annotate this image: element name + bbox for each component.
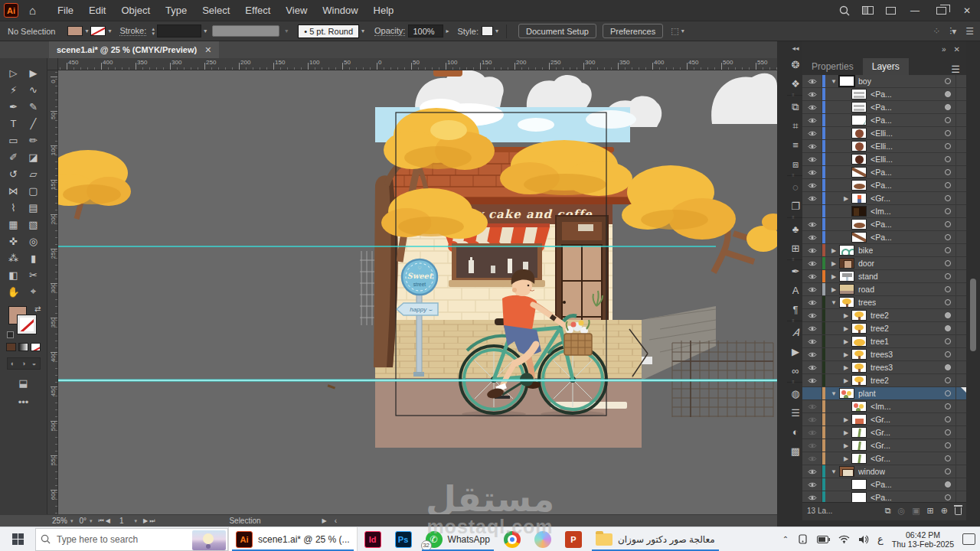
target-circle-icon[interactable]	[945, 117, 951, 123]
language-indicator[interactable]: ع	[877, 533, 884, 545]
gradient-tool[interactable]: ▧	[24, 216, 44, 233]
column-graph-tool[interactable]: ▮	[24, 249, 44, 266]
eye-icon[interactable]	[802, 452, 822, 465]
align-icon[interactable]: ≡	[787, 135, 804, 155]
fill-dropdown-icon[interactable]: ▾	[85, 28, 88, 34]
layer-name[interactable]: window	[858, 467, 885, 476]
layer-row-pa[interactable]: <Pa...	[802, 231, 966, 244]
clock[interactable]: 06:42 PM Thu 13-Feb-2025	[892, 530, 954, 549]
layer-row-bike[interactable]: ▶bike	[802, 244, 966, 257]
layer-name[interactable]: road	[858, 285, 874, 294]
layer-row-tree2[interactable]: ▶tree2	[802, 322, 966, 335]
target-circle-icon[interactable]	[945, 338, 951, 344]
eye-icon[interactable]	[802, 218, 822, 230]
brushes-icon[interactable]: ◌	[787, 178, 804, 197]
layer-thumbnail[interactable]	[851, 310, 867, 321]
target-circle-icon[interactable]	[945, 351, 951, 357]
expand-chevron-icon[interactable]: ▶	[841, 195, 851, 202]
new-sublayer-icon[interactable]: ⊞	[927, 506, 934, 516]
scale-tool[interactable]: ▱	[24, 165, 44, 182]
expand-chevron-icon[interactable]: ▶	[841, 416, 851, 423]
layer-row-pa[interactable]: <Pa...	[802, 491, 966, 502]
eye-icon[interactable]	[802, 231, 822, 243]
opacity-label[interactable]: Opacity:	[374, 26, 405, 36]
eraser-tool[interactable]: ◪	[24, 148, 44, 165]
change-screen-mode-icon[interactable]: ⬓	[0, 377, 47, 389]
minimize-button[interactable]: —	[902, 0, 928, 21]
document-setup-button[interactable]: Document Setup	[518, 24, 596, 38]
layer-row-im[interactable]: <Im...	[802, 400, 966, 413]
speaker-icon[interactable]	[858, 535, 869, 544]
layer-name[interactable]: bike	[858, 246, 873, 255]
taskbar-search-input[interactable]: Type here to search	[35, 528, 228, 551]
layer-name[interactable]: <Gr...	[871, 454, 890, 463]
target-circle-icon[interactable]	[945, 403, 951, 409]
pathfinder-icon[interactable]: ⧈	[787, 155, 804, 174]
hidden-icons-chevron[interactable]: ⌃	[782, 535, 789, 543]
menu-help[interactable]: Help	[366, 2, 402, 19]
target-circle-icon[interactable]	[945, 221, 951, 227]
swap-colors-icon[interactable]: ⇄	[34, 305, 41, 313]
layer-row-pa[interactable]: <Pa...	[802, 114, 966, 127]
eye-icon[interactable]	[802, 101, 822, 113]
copilot-taskbar-item[interactable]	[528, 527, 558, 551]
action-center-icon[interactable]	[962, 533, 975, 545]
layer-row-tree1[interactable]: ▶tree1	[802, 335, 966, 348]
locate-object-icon[interactable]: ◎	[898, 506, 906, 516]
panel-list-icon[interactable]: ☰	[965, 26, 974, 37]
bing-daily-image[interactable]	[192, 530, 226, 550]
pen-tool[interactable]: ✒	[4, 98, 24, 115]
scrollbar-thumb[interactable]	[970, 279, 976, 351]
menu-window[interactable]: Window	[315, 2, 365, 19]
close-button[interactable]: ✕	[954, 0, 980, 21]
layer-row-pa[interactable]: <Pa...	[802, 88, 966, 101]
eye-icon[interactable]	[802, 361, 822, 373]
next-artboard-icon[interactable]: ▶	[143, 517, 149, 524]
selection-tool[interactable]: ▷	[4, 64, 24, 81]
layer-thumbnail[interactable]	[851, 167, 867, 178]
eye-icon[interactable]	[802, 387, 822, 399]
expand-chevron-icon[interactable]: ▶	[828, 273, 839, 280]
eye-icon[interactable]	[802, 296, 822, 308]
fill-color-swatch[interactable]	[67, 26, 83, 36]
target-circle-icon[interactable]	[945, 416, 951, 422]
layer-thumbnail[interactable]	[851, 479, 867, 490]
layer-row-stand[interactable]: ▶stand	[802, 270, 966, 283]
artboard-dropdown-icon[interactable]: ▾	[135, 518, 138, 524]
transparency-icon[interactable]: ▩	[787, 442, 804, 461]
line-segment-tool[interactable]: ╱	[24, 115, 44, 132]
gradient-mode-button[interactable]	[18, 343, 28, 351]
close-panel-icon[interactable]: ✕	[954, 45, 960, 54]
glyphs-icon[interactable]: 𝐴	[787, 323, 804, 342]
new-layer-icon[interactable]: ⊕	[941, 506, 948, 516]
layer-row-trees3[interactable]: ▶trees3	[802, 348, 966, 361]
layer-row-elli[interactable]: <Elli...	[802, 153, 966, 166]
stroke-weight-stepper[interactable]: ▲▼	[151, 27, 155, 36]
layer-row-pa[interactable]: <Pa...	[802, 166, 966, 179]
target-circle-icon[interactable]	[945, 273, 951, 279]
indesign-taskbar-item[interactable]: Id	[358, 527, 388, 551]
layer-row-gr[interactable]: ▶<Gr...	[802, 452, 966, 465]
layer-name[interactable]: door	[858, 259, 874, 268]
eye-icon[interactable]	[802, 400, 822, 412]
eye-icon[interactable]	[802, 322, 822, 334]
document-tab[interactable]: scene1.ai* @ 25 % (CMYK/Preview) ✕	[49, 41, 219, 58]
dock-scrollbar[interactable]	[966, 41, 980, 527]
mesh-tool[interactable]: ▦	[4, 216, 24, 233]
folder-taskbar-item[interactable]: معالجة صور دكتور سوزان	[589, 527, 722, 551]
target-circle-icon[interactable]	[945, 325, 951, 331]
graphic-styles-icon[interactable]: ❐	[787, 197, 804, 216]
style-swatch[interactable]	[482, 26, 493, 36]
layer-name[interactable]: trees3	[871, 363, 893, 372]
width-tool[interactable]: ⋈	[4, 182, 24, 199]
puppet-warp-tool[interactable]: ⌇	[4, 199, 24, 216]
layer-name[interactable]: <Elli...	[871, 129, 893, 138]
eye-icon[interactable]	[802, 283, 822, 295]
layer-thumbnail[interactable]	[851, 232, 867, 243]
target-circle-icon[interactable]	[945, 429, 951, 435]
expand-panels-icon[interactable]: ◂◂	[787, 44, 804, 52]
layer-thumbnail[interactable]	[851, 375, 867, 386]
opacity-field[interactable]: 100%	[408, 24, 443, 37]
device-icon[interactable]	[797, 534, 808, 544]
stroke-color-control[interactable]	[18, 315, 36, 334]
